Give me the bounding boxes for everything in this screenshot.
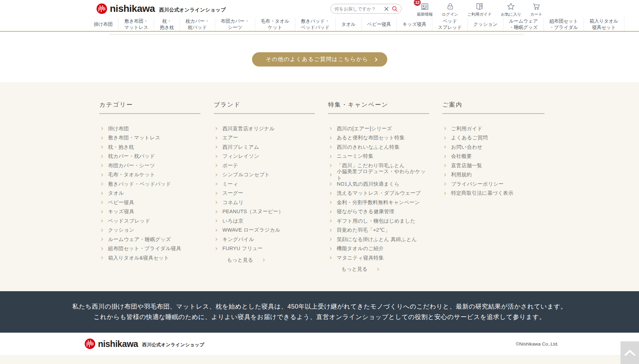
nav-item[interactable]: 枕・ 抱き枕 [154, 17, 180, 31]
search-icon[interactable] [392, 6, 398, 12]
faq-more-button[interactable]: その他のよくあるご質問はこちらから [252, 52, 387, 67]
chevron-right-icon [443, 137, 446, 139]
chevron-right-icon [100, 192, 103, 195]
footer-link[interactable]: よくあるご質問 [442, 133, 545, 143]
footer-link[interactable]: 利用規約 [442, 170, 545, 180]
footer-link[interactable]: 笑顔になる掛けふとん 真綿ふとん [328, 235, 429, 244]
footer-link-label: キッズ寝具 [108, 208, 134, 215]
chevron-right-icon [329, 137, 332, 139]
footer-link[interactable]: ご利用ガイド [442, 124, 545, 133]
chevron-right-icon [214, 155, 217, 158]
footer-link[interactable]: ミーィ [214, 179, 315, 189]
footer-link[interactable]: 布団カバー・シーツ [99, 161, 200, 170]
footer-link[interactable]: 敷き布団・マットレス [99, 133, 200, 143]
nav-item[interactable]: ベッド スプレッド [432, 17, 467, 31]
footer-link[interactable]: ギフト用のし・梱包はじめました [328, 216, 429, 226]
header-action-lock[interactable]: ログイン [437, 1, 463, 17]
scroll-to-top-button[interactable] [621, 341, 639, 364]
footer-link[interactable]: マタニティ寝具特集 [328, 253, 429, 263]
footer-link[interactable]: ニューミン特集 [328, 152, 429, 161]
footer-link[interactable]: あると便利な布団セット特集 [328, 133, 429, 143]
footer-link[interactable]: お問い合わせ [442, 142, 545, 152]
footer-link[interactable]: 洗えるマットレス・ダブルウェーブ [328, 189, 429, 198]
footer-link[interactable]: スーグー [214, 189, 315, 198]
header-action-guide-book[interactable]: ご利用ガイド [463, 1, 496, 17]
footer-more-link[interactable]: もっと見る [227, 255, 315, 264]
header-action-cart[interactable]: カート [526, 1, 547, 17]
footer-link[interactable]: 目覚めた羽毛「+2℃」 [328, 226, 429, 235]
footer-link[interactable]: 小脇美里プロデュース・やわらかケット [328, 170, 429, 180]
nav-item[interactable]: ルームウェア ・睡眠グッズ [503, 17, 543, 31]
brand-message-line2: これからも皆様の快適な睡眠のために、よりよい寝具をお届けできるよう、直営オンライ… [93, 312, 545, 323]
nav-item[interactable]: ベビー寝具 [361, 17, 396, 31]
footer-link[interactable]: FURYU フリュー [214, 244, 315, 254]
footer-link[interactable]: 敷きパッド・ベッドパッド [99, 179, 200, 189]
chevron-right-icon [214, 192, 217, 195]
search-input[interactable] [334, 6, 384, 11]
footer-link-label: エアー [222, 134, 238, 141]
header-action-star[interactable]: お気に入り [496, 1, 526, 17]
footer-link-list: 掛け布団敷き布団・マットレス枕・抱き枕枕カバー・枕パッド布団カバー・シーツ毛布・… [99, 124, 200, 263]
footer-link[interactable]: クッション [99, 226, 200, 235]
footer-link[interactable]: 会社概要 [442, 152, 545, 161]
nav-item[interactable]: 敷き布団・ マットレス [118, 17, 154, 31]
clear-search-icon[interactable] [384, 7, 389, 11]
nav-item[interactable]: 敷きパッド・ ベッドパッド [295, 17, 335, 31]
footer-link[interactable]: 掛け布団 [99, 124, 200, 133]
footer-link[interactable]: WWAVE ローズラジカル [214, 226, 315, 235]
footer-link[interactable]: 西川のきれいなふとん特集 [328, 142, 429, 152]
header-action-news[interactable]: 12最新情報 [412, 1, 437, 17]
footer-link[interactable]: タオル [99, 189, 200, 198]
nav-item[interactable]: 組布団セット ・ブライダル [543, 17, 584, 31]
nishikawa-logo[interactable]: nishikawa 西川公式オンラインショップ [85, 339, 204, 349]
footer-link[interactable]: 特定商取引法に基づく表示 [442, 189, 545, 198]
footer: カテゴリー掛け布団敷き布団・マットレス枕・抱き枕枕カバー・枕パッド布団カバー・シ… [0, 82, 639, 291]
footer-link[interactable]: シンプルコンセプト [214, 170, 315, 180]
nav-item[interactable]: 布団カバー・ シーツ [215, 17, 255, 31]
footer-link[interactable]: 機能タオルのご紹介 [328, 244, 429, 254]
chevron-up-icon [624, 349, 636, 356]
nishikawa-logo-icon [97, 3, 107, 14]
nav-item[interactable]: クッション [467, 17, 503, 31]
footer-link[interactable]: キッズ寝具 [99, 207, 200, 217]
nishikawa-logo[interactable]: nishikawa 西川公式オンラインショップ [97, 3, 226, 14]
nav-item[interactable]: タオル [335, 17, 361, 31]
footer-link-label: 敷き布団・マットレス [108, 134, 160, 141]
footer-link[interactable]: 箱入りタオル&寝具セット [99, 253, 200, 263]
chevron-right-icon [329, 210, 332, 213]
footer-link[interactable]: ポーテ [214, 161, 315, 170]
chevron-right-icon [329, 146, 332, 148]
footer-link[interactable]: 直営店舗一覧 [442, 161, 545, 170]
chevron-right-icon [100, 173, 103, 176]
nav-item[interactable]: 箱入りタオル 寝具セット [584, 17, 624, 31]
footer-link[interactable]: コネムリ [214, 198, 315, 207]
nav-item[interactable]: 枕カバー・ 枕パッド [180, 17, 215, 31]
footer-link[interactable]: キングパイル [214, 235, 315, 244]
footer-link[interactable]: ベビー寝具 [99, 198, 200, 207]
footer-link[interactable]: プライバシーポリシー [442, 179, 545, 189]
nav-item[interactable]: キッズ寝具 [396, 17, 432, 31]
footer-link[interactable]: ベッドスプレッド [99, 216, 200, 226]
footer-link[interactable]: ルームウェア・睡眠グッズ [99, 235, 200, 244]
footer-link[interactable]: 西川プレミアム [214, 142, 315, 152]
footer-link[interactable]: 西川直営店オリジナル [214, 124, 315, 133]
footer-link[interactable]: 枕・抱き枕 [99, 142, 200, 152]
chevron-right-icon [214, 146, 217, 148]
footer-link[interactable]: 枕カバー・枕パッド [99, 152, 200, 161]
footer-link[interactable]: 西川の[エアー]シリーズ [328, 124, 429, 133]
footer-link[interactable]: 組布団セット・ブライダル寝具 [99, 244, 200, 254]
chevron-right-icon [100, 155, 103, 158]
bottom-bar: nishikawa 西川公式オンラインショップ ©Nishikawa Co.,L… [0, 333, 639, 355]
footer-column: ブランド西川直営店オリジナルエアー西川プレミアムフィンレイソンポーテシンプルコン… [214, 101, 315, 274]
footer-link[interactable]: PEANUTS（スヌーピー） [214, 207, 315, 217]
footer-link[interactable]: 寝ながらできる健康管理 [328, 207, 429, 217]
footer-more-link[interactable]: もっと見る [341, 265, 429, 274]
footer-link[interactable]: 毛布・タオルケット [99, 170, 200, 180]
nav-item[interactable]: 毛布・タオル ケット [255, 17, 295, 31]
footer-link[interactable]: エアー [214, 133, 315, 143]
footer-column-title: ご案内 [442, 101, 545, 114]
footer-link[interactable]: 金利・分割手数料無料キャンペーン [328, 198, 429, 207]
footer-link[interactable]: いろは京 [214, 216, 315, 226]
nav-item[interactable]: 掛け布団 [88, 17, 118, 31]
footer-link[interactable]: フィンレイソン [214, 152, 315, 161]
